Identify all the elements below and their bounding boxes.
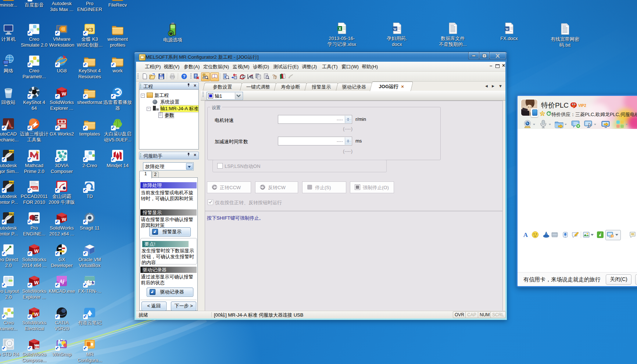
svg-text:W: W: [34, 248, 39, 254]
svg-text:K: K: [92, 281, 95, 285]
svg-text:PRO: PRO: [8, 181, 14, 184]
svg-text:W: W: [393, 27, 397, 31]
svg-text:X: X: [339, 27, 341, 31]
svg-text:A: A: [523, 231, 528, 238]
svg-text:★: ★: [541, 112, 543, 115]
svg-text:m: m: [11, 126, 13, 129]
svg-text:PRO: PRO: [8, 213, 14, 216]
svg-text:SW: SW: [35, 345, 39, 349]
svg-text:PRO: PRO: [8, 151, 14, 153]
svg-text:W: W: [62, 91, 67, 97]
svg-text:?: ?: [183, 74, 186, 79]
svg-text:W: W: [505, 27, 509, 31]
svg-text:W: W: [34, 280, 39, 285]
svg-text:W: W: [34, 311, 39, 317]
svg-text:W: W: [62, 217, 67, 222]
svg-text:VIP2: VIP2: [578, 104, 586, 108]
